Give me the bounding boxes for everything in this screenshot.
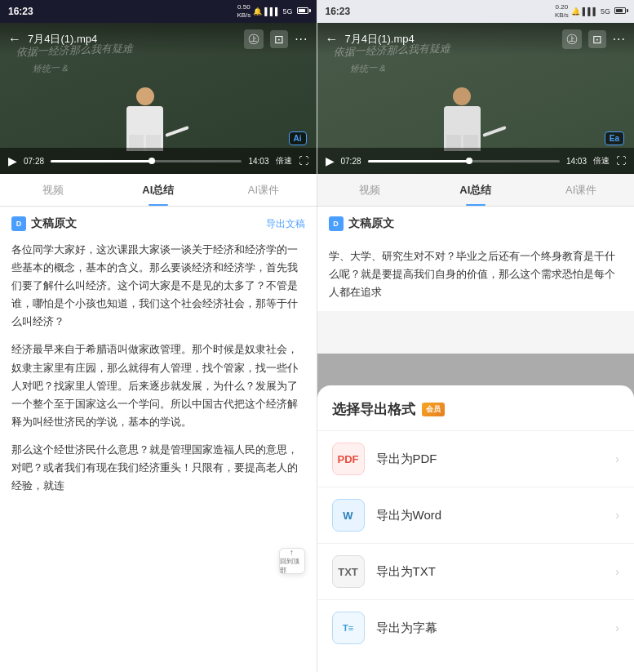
article-text-left: 各位同学大家好，这次课跟大家谈一谈关于经济和经济学的一些基本的概念，基本的含义。…	[0, 238, 317, 514]
section-icon-right: D	[329, 216, 344, 231]
export-button-left[interactable]: 导出文稿	[266, 217, 305, 231]
subtitle-chevron-icon: ›	[615, 621, 619, 634]
section-title-left: D 文稿原文	[11, 216, 77, 231]
play-button-left[interactable]: ▶	[8, 154, 17, 167]
signal-icon: 5G	[282, 7, 292, 16]
ai-badge-left: Ai	[289, 131, 307, 145]
current-time-left: 07:28	[24, 157, 44, 166]
video-title-right: 7月4日(1).mp4	[345, 32, 556, 47]
more-icon[interactable]: ···	[295, 32, 308, 47]
status-speed-left: 0.50KB/s	[237, 3, 250, 19]
export-pdf-label: 导出为PDF	[376, 452, 605, 467]
status-icons-left: 0.50KB/s 🔔 ▌▌▌ 5G	[237, 3, 308, 19]
right-panel: 16:23 0.20KB/s 🔔 ▌▌▌ 5G 依据一经济那么我有疑难 矫统一 …	[317, 0, 635, 672]
tab-ai-summary-left[interactable]: AI总结	[105, 174, 211, 206]
wifi-icon: ▌▌▌	[264, 7, 280, 16]
speed-button-right[interactable]: 倍速	[593, 155, 610, 167]
wifi-icon-right: ▌▌▌	[583, 7, 598, 16]
txt-chevron-icon: ›	[615, 565, 619, 578]
tab-video-left[interactable]: 视频	[0, 174, 105, 206]
tab-ai-course-right[interactable]: AI课件	[529, 174, 635, 206]
section-title-right: D 文稿原文	[329, 216, 623, 231]
video-nav-left: ← 7月4日(1).mp4 ㊤ ⊡ ···	[0, 23, 317, 56]
progress-dot-left	[149, 158, 155, 164]
play-button-right[interactable]: ▶	[326, 154, 335, 167]
export-option-txt[interactable]: TXT 导出为TXT ›	[317, 543, 635, 599]
content-area-left[interactable]: D 文稿原文 导出文稿 各位同学大家好，这次课跟大家谈一谈关于经济和经济学的一些…	[0, 207, 317, 672]
article-paragraph-3: 那么这个经世济民什么意思？就是管理国家造福人民的意思，对吧？或者我们有现在我们经…	[11, 441, 305, 495]
translate-icon[interactable]: ㊤	[244, 29, 264, 49]
speed-button-left[interactable]: 倍速	[276, 155, 292, 167]
section-header-right: D 文稿原文	[317, 207, 635, 238]
article-paragraph-2: 经济最早来自于希腊语叫做家政管理。那个时候是奴隶社会，奴隶主家里有庄园，那么就得…	[11, 340, 305, 430]
export-option-pdf[interactable]: PDF 导出为PDF ›	[317, 430, 635, 487]
battery-icon-left	[295, 7, 308, 16]
truncated-text-right: 学、大学、研究生对不对？毕业之后还有一个终身教育是干什么呢？就是要提高我们自身的…	[317, 238, 635, 311]
export-modal-title: 选择导出格式	[332, 400, 415, 419]
status-time-left: 16:23	[8, 6, 33, 17]
status-bar-right: 16:23 0.20KB/s 🔔 ▌▌▌ 5G	[317, 0, 635, 23]
vip-badge: 会员	[422, 403, 445, 416]
export-subtitle-label: 导出为字幕	[376, 621, 605, 636]
screen-icon[interactable]: ⊡	[270, 30, 288, 48]
video-area-right: 依据一经济那么我有疑难 矫统一 & ← 7月4日(1).mp4 ㊤ ⊡ ··· …	[317, 23, 635, 174]
current-time-right: 07:28	[341, 157, 361, 166]
screen-icon-right[interactable]: ⊡	[588, 30, 606, 48]
more-icon-right[interactable]: ···	[613, 32, 626, 47]
back-button-left[interactable]: ←	[8, 32, 21, 47]
progress-bar-right[interactable]	[368, 160, 560, 162]
progress-dot-right	[466, 158, 472, 164]
export-word-label: 导出为Word	[376, 508, 605, 523]
article-paragraph-1: 各位同学大家好，这次课跟大家谈一谈关于经济和经济学的一些基本的概念，基本的含义。…	[11, 241, 305, 331]
export-modal-header: 选择导出格式 会员	[317, 385, 635, 430]
signal-5g-right: 5G	[601, 7, 610, 16]
txt-icon: TXT	[332, 555, 365, 588]
pdf-chevron-icon: ›	[615, 452, 619, 465]
battery-icon-right	[613, 7, 626, 16]
status-time-right: 16:23	[326, 6, 351, 17]
left-panel: 16:23 0.50KB/s 🔔 ▌▌▌ 5G 依据一经济那么我有疑难 矫统一 …	[0, 0, 317, 672]
fullscreen-button-left[interactable]: ⛶	[299, 155, 308, 167]
video-controls-left: ▶ 07:28 14:03 倍速 ⛶	[0, 148, 317, 174]
subtitle-icon: T≡	[332, 612, 365, 644]
export-option-word[interactable]: W 导出为Word ›	[317, 487, 635, 543]
scroll-arrow-icon: ↑	[290, 548, 294, 557]
pdf-icon: PDF	[332, 443, 365, 475]
progress-fill-right	[368, 160, 470, 162]
status-icons-right: 0.20KB/s 🔔 ▌▌▌ 5G	[555, 3, 626, 19]
ai-badge-right: Ea	[605, 131, 624, 145]
video-area-left: 依据一经济那么我有疑难 矫统一 & ← 7月4日(1).mp4 ㊤ ⊡ ··· …	[0, 23, 317, 174]
tab-ai-summary-right[interactable]: AI总结	[423, 174, 529, 206]
video-controls-right: ▶ 07:28 14:03 倍速 ⛶	[317, 148, 635, 174]
notification-icon: 🔔	[253, 7, 262, 16]
status-bar-left: 16:23 0.50KB/s 🔔 ▌▌▌ 5G	[0, 0, 317, 23]
video-title-left: 7月4日(1).mp4	[28, 32, 237, 47]
word-icon: W	[332, 499, 365, 532]
video-nav-right: ← 7月4日(1).mp4 ㊤ ⊡ ···	[317, 23, 635, 56]
total-time-right: 14:03	[566, 157, 587, 166]
progress-fill-left	[51, 160, 152, 162]
progress-bar-left[interactable]	[51, 160, 242, 162]
tabs-bar-left: 视频 AI总结 AI课件	[0, 174, 317, 207]
export-txt-label: 导出为TXT	[376, 564, 605, 580]
section-icon-left: D	[11, 216, 26, 231]
notification-icon-right: 🔔	[571, 7, 580, 16]
scroll-to-top-button[interactable]: ↑ 回到顶部	[279, 548, 305, 574]
export-option-subtitle[interactable]: T≡ 导出为字幕 ›	[317, 599, 635, 656]
back-button-right[interactable]: ←	[326, 32, 339, 47]
fullscreen-button-right[interactable]: ⛶	[616, 155, 626, 167]
status-speed-right: 0.20KB/s	[555, 3, 569, 19]
total-time-left: 14:03	[248, 157, 268, 166]
scroll-label: 回到顶部	[280, 557, 304, 575]
tabs-bar-right: 视频 AI总结 AI课件	[317, 174, 635, 207]
export-modal: 选择导出格式 会员 PDF 导出为PDF › W 导出为Word ›	[317, 385, 635, 672]
tab-video-right[interactable]: 视频	[317, 174, 423, 206]
section-header-left: D 文稿原文 导出文稿	[0, 207, 317, 238]
right-content-area: D 文稿原文 学、大学、研究生对不对？毕业之后还有一个终身教育是干什么呢？就是要…	[317, 207, 635, 672]
word-chevron-icon: ›	[615, 509, 619, 522]
tab-ai-course-left[interactable]: AI课件	[211, 174, 316, 206]
translate-icon-right[interactable]: ㊤	[562, 29, 582, 49]
